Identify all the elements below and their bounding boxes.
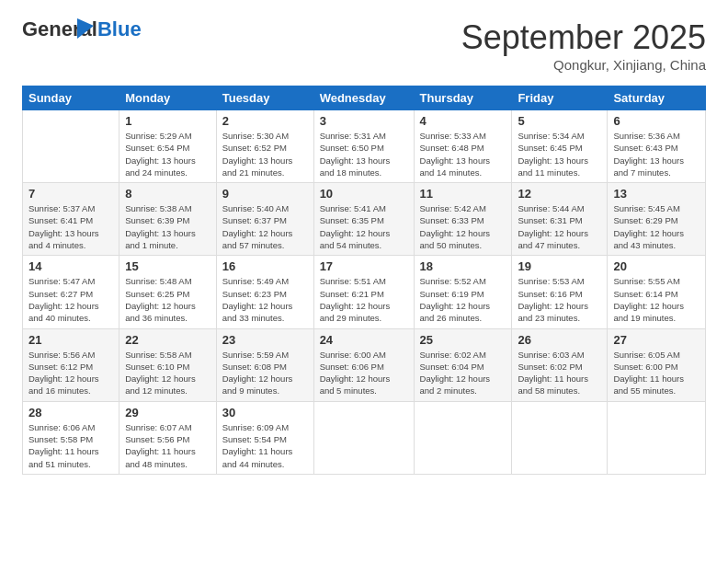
day-info: Sunrise: 6:06 AM Sunset: 5:58 PM Dayligh…	[28, 421, 113, 470]
day-info: Sunrise: 5:49 AM Sunset: 6:23 PM Dayligh…	[222, 275, 308, 324]
day-info: Sunrise: 5:42 AM Sunset: 6:33 PM Dayligh…	[420, 202, 506, 251]
calendar-cell	[512, 401, 608, 474]
calendar-cell: 17Sunrise: 5:51 AM Sunset: 6:21 PM Dayli…	[313, 256, 414, 328]
title-block: September 2025 Qongkur, Xinjiang, China	[461, 18, 706, 73]
day-info: Sunrise: 5:34 AM Sunset: 6:45 PM Dayligh…	[518, 130, 601, 178]
calendar-cell: 24Sunrise: 6:00 AM Sunset: 6:06 PM Dayli…	[313, 328, 414, 401]
day-info: Sunrise: 5:31 AM Sunset: 6:50 PM Dayligh…	[320, 130, 408, 178]
day-info: Sunrise: 5:44 AM Sunset: 6:31 PM Dayligh…	[518, 202, 601, 251]
day-number: 15	[125, 259, 210, 273]
day-info: Sunrise: 5:52 AM Sunset: 6:19 PM Dayligh…	[420, 275, 506, 324]
day-number: 7	[28, 187, 113, 201]
col-thursday: Thursday	[414, 86, 512, 110]
week-row-1: 1Sunrise: 5:29 AM Sunset: 6:54 PM Daylig…	[23, 110, 706, 183]
calendar-cell: 10Sunrise: 5:41 AM Sunset: 6:35 PM Dayli…	[313, 183, 414, 256]
day-info: Sunrise: 5:45 AM Sunset: 6:29 PM Dayligh…	[613, 202, 700, 251]
day-number: 20	[613, 259, 700, 273]
calendar-cell	[313, 401, 414, 474]
day-info: Sunrise: 6:07 AM Sunset: 5:56 PM Dayligh…	[125, 421, 210, 470]
calendar-cell: 12Sunrise: 5:44 AM Sunset: 6:31 PM Dayli…	[512, 183, 608, 256]
day-number: 3	[320, 114, 408, 128]
svg-marker-0	[77, 18, 94, 39]
calendar-cell: 6Sunrise: 5:36 AM Sunset: 6:43 PM Daylig…	[608, 110, 706, 183]
day-number: 4	[420, 114, 506, 128]
day-number: 11	[420, 187, 506, 201]
day-number: 24	[320, 333, 408, 347]
calendar-cell	[23, 110, 119, 183]
day-number: 29	[125, 406, 210, 419]
day-info: Sunrise: 5:41 AM Sunset: 6:35 PM Dayligh…	[320, 202, 408, 251]
day-number: 2	[222, 114, 308, 128]
day-number: 23	[222, 333, 308, 347]
calendar-cell	[414, 401, 512, 474]
calendar-cell: 29Sunrise: 6:07 AM Sunset: 5:56 PM Dayli…	[119, 401, 217, 474]
calendar-cell: 3Sunrise: 5:31 AM Sunset: 6:50 PM Daylig…	[313, 110, 414, 183]
month-title: September 2025	[461, 18, 706, 57]
calendar-cell: 8Sunrise: 5:38 AM Sunset: 6:39 PM Daylig…	[119, 183, 217, 256]
day-number: 12	[518, 187, 601, 201]
logo: GeneralBlue	[22, 18, 142, 57]
calendar-cell: 16Sunrise: 5:49 AM Sunset: 6:23 PM Dayli…	[216, 256, 313, 328]
calendar-cell: 18Sunrise: 5:52 AM Sunset: 6:19 PM Dayli…	[414, 256, 512, 328]
header-row: Sunday Monday Tuesday Wednesday Thursday…	[23, 86, 706, 110]
calendar-cell: 23Sunrise: 5:59 AM Sunset: 6:08 PM Dayli…	[216, 328, 313, 401]
day-number: 28	[28, 406, 113, 419]
col-monday: Monday	[119, 86, 217, 110]
day-info: Sunrise: 5:33 AM Sunset: 6:48 PM Dayligh…	[420, 130, 506, 178]
day-number: 16	[222, 259, 308, 273]
col-friday: Friday	[512, 86, 608, 110]
day-number: 25	[420, 333, 506, 347]
calendar-cell: 15Sunrise: 5:48 AM Sunset: 6:25 PM Dayli…	[119, 256, 217, 328]
day-info: Sunrise: 5:30 AM Sunset: 6:52 PM Dayligh…	[222, 130, 308, 178]
calendar-cell: 9Sunrise: 5:40 AM Sunset: 6:37 PM Daylig…	[216, 183, 313, 256]
day-number: 17	[320, 259, 408, 273]
day-number: 9	[222, 187, 308, 201]
calendar-cell: 14Sunrise: 5:47 AM Sunset: 6:27 PM Dayli…	[23, 256, 119, 328]
day-number: 5	[518, 114, 601, 128]
day-number: 10	[320, 187, 408, 201]
week-row-4: 21Sunrise: 5:56 AM Sunset: 6:12 PM Dayli…	[23, 328, 706, 401]
day-number: 1	[125, 114, 210, 128]
day-number: 27	[613, 333, 700, 347]
day-number: 6	[613, 114, 700, 128]
calendar-cell	[608, 401, 706, 474]
day-info: Sunrise: 5:40 AM Sunset: 6:37 PM Dayligh…	[222, 202, 308, 251]
calendar-cell: 7Sunrise: 5:37 AM Sunset: 6:41 PM Daylig…	[23, 183, 119, 256]
day-number: 18	[420, 259, 506, 273]
day-number: 13	[613, 187, 700, 201]
calendar-cell: 30Sunrise: 6:09 AM Sunset: 5:54 PM Dayli…	[216, 401, 313, 474]
day-info: Sunrise: 5:51 AM Sunset: 6:21 PM Dayligh…	[320, 275, 408, 324]
day-number: 19	[518, 259, 601, 273]
calendar-cell: 22Sunrise: 5:58 AM Sunset: 6:10 PM Dayli…	[119, 328, 217, 401]
week-row-5: 28Sunrise: 6:06 AM Sunset: 5:58 PM Dayli…	[23, 401, 706, 474]
day-number: 30	[222, 406, 308, 419]
day-info: Sunrise: 5:59 AM Sunset: 6:08 PM Dayligh…	[222, 349, 308, 397]
day-number: 22	[125, 333, 210, 347]
day-info: Sunrise: 6:03 AM Sunset: 6:02 PM Dayligh…	[518, 349, 601, 397]
calendar-cell: 25Sunrise: 6:02 AM Sunset: 6:04 PM Dayli…	[414, 328, 512, 401]
week-row-3: 14Sunrise: 5:47 AM Sunset: 6:27 PM Dayli…	[23, 256, 706, 328]
calendar-cell: 5Sunrise: 5:34 AM Sunset: 6:45 PM Daylig…	[512, 110, 608, 183]
day-number: 14	[28, 259, 113, 273]
calendar: Sunday Monday Tuesday Wednesday Thursday…	[22, 86, 706, 475]
day-info: Sunrise: 6:05 AM Sunset: 6:00 PM Dayligh…	[613, 349, 700, 397]
calendar-cell: 26Sunrise: 6:03 AM Sunset: 6:02 PM Dayli…	[512, 328, 608, 401]
location: Qongkur, Xinjiang, China	[461, 57, 706, 73]
calendar-cell: 27Sunrise: 6:05 AM Sunset: 6:00 PM Dayli…	[608, 328, 706, 401]
day-info: Sunrise: 5:55 AM Sunset: 6:14 PM Dayligh…	[613, 275, 700, 324]
col-tuesday: Tuesday	[216, 86, 313, 110]
calendar-cell: 4Sunrise: 5:33 AM Sunset: 6:48 PM Daylig…	[414, 110, 512, 183]
day-info: Sunrise: 5:56 AM Sunset: 6:12 PM Dayligh…	[28, 349, 113, 397]
day-info: Sunrise: 5:48 AM Sunset: 6:25 PM Dayligh…	[125, 275, 210, 324]
day-info: Sunrise: 5:36 AM Sunset: 6:43 PM Dayligh…	[613, 130, 700, 178]
page: GeneralBlue September 2025 Qongkur, Xinj…	[0, 0, 728, 489]
calendar-cell: 2Sunrise: 5:30 AM Sunset: 6:52 PM Daylig…	[216, 110, 313, 183]
logo-blue: Blue	[97, 17, 142, 40]
col-sunday: Sunday	[23, 86, 119, 110]
calendar-cell: 19Sunrise: 5:53 AM Sunset: 6:16 PM Dayli…	[512, 256, 608, 328]
day-number: 8	[125, 187, 210, 201]
day-info: Sunrise: 6:09 AM Sunset: 5:54 PM Dayligh…	[222, 421, 308, 470]
day-info: Sunrise: 6:02 AM Sunset: 6:04 PM Dayligh…	[420, 349, 506, 397]
calendar-cell: 13Sunrise: 5:45 AM Sunset: 6:29 PM Dayli…	[608, 183, 706, 256]
logo-icon	[77, 18, 94, 39]
